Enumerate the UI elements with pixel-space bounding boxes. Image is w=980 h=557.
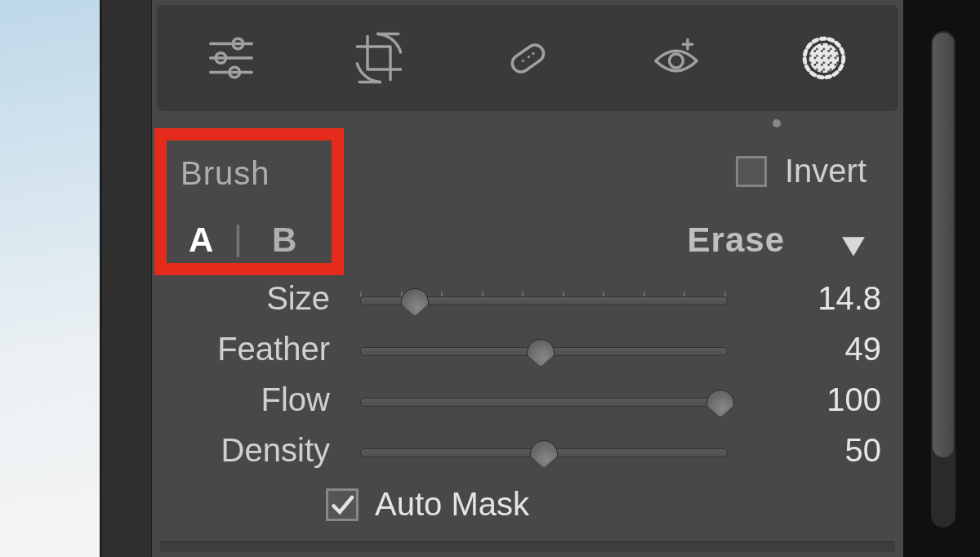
crop-icon[interactable] xyxy=(346,25,412,91)
automask-checkbox[interactable] xyxy=(326,488,359,521)
scrollbar-thumb[interactable] xyxy=(933,33,954,457)
svg-point-8 xyxy=(528,56,530,58)
density-slider-handle[interactable] xyxy=(530,440,558,468)
scrollbar-track[interactable] xyxy=(931,31,956,528)
svg-marker-17 xyxy=(842,237,865,256)
window-frame-right xyxy=(903,0,980,557)
flow-slider[interactable] xyxy=(360,394,728,409)
develop-panel: Brush Invert A | B Erase Size xyxy=(152,0,903,557)
healing-icon[interactable] xyxy=(495,25,560,91)
invert-label: Invert xyxy=(785,153,866,189)
svg-rect-6 xyxy=(509,42,546,75)
feather-slider[interactable] xyxy=(360,344,728,359)
erase-mode-label[interactable]: Erase xyxy=(688,221,785,260)
automask-label: Auto Mask xyxy=(375,486,529,523)
brush-tab-separator: | xyxy=(234,219,243,258)
edit-sliders-icon[interactable] xyxy=(198,25,264,91)
svg-point-7 xyxy=(522,60,524,62)
redeye-icon[interactable] xyxy=(644,25,709,91)
density-value[interactable]: 50 xyxy=(845,432,882,469)
size-slider-row: Size 14.8 xyxy=(164,278,891,324)
size-slider-handle[interactable] xyxy=(401,288,429,316)
density-slider[interactable] xyxy=(360,445,728,460)
svg-point-9 xyxy=(532,52,534,55)
active-tool-indicator xyxy=(152,119,903,127)
feather-slider-handle[interactable] xyxy=(527,339,555,367)
density-label: Density xyxy=(221,432,330,469)
flow-slider-handle[interactable] xyxy=(706,390,734,417)
brush-tab-b[interactable]: B xyxy=(272,221,296,260)
flow-value[interactable]: 100 xyxy=(826,381,881,418)
feather-slider-row: Feather 49 xyxy=(164,329,891,375)
brush-tab-a[interactable]: A xyxy=(189,221,213,260)
image-preview xyxy=(0,0,100,557)
tool-strip xyxy=(157,5,898,111)
svg-point-10 xyxy=(669,54,683,68)
size-value[interactable]: 14.8 xyxy=(817,280,881,317)
size-label: Size xyxy=(266,280,330,317)
density-slider-row: Density 50 xyxy=(164,430,891,476)
panel-gutter xyxy=(100,0,153,557)
brush-section-title: Brush xyxy=(180,155,270,192)
flow-slider-row: Flow 100 xyxy=(164,380,891,426)
invert-checkbox[interactable] xyxy=(736,156,767,187)
flow-label: Flow xyxy=(261,381,330,418)
size-slider[interactable] xyxy=(360,293,728,308)
panel-divider xyxy=(160,541,895,552)
disclosure-triangle-icon[interactable] xyxy=(840,227,866,266)
svg-point-16 xyxy=(809,43,839,73)
feather-label: Feather xyxy=(217,331,330,368)
masking-icon[interactable] xyxy=(791,25,857,91)
feather-value[interactable]: 49 xyxy=(845,331,882,368)
